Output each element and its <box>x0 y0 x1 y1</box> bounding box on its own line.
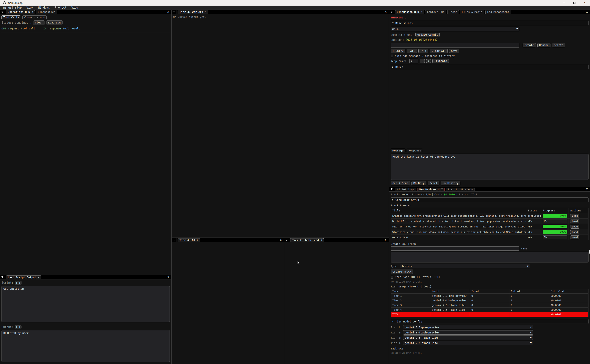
tab-tier2-tech-lead[interactable]: Tier 2: Tech Lead X <box>290 238 324 242</box>
discussions-section-header[interactable]: ▼ Discussions <box>391 21 589 25</box>
panel-close-icon[interactable]: X <box>168 10 169 13</box>
output-expand-button[interactable]: [+] <box>15 325 21 329</box>
load-track-button[interactable]: Load <box>570 219 579 223</box>
load-log-button[interactable]: Load Log <box>46 20 62 25</box>
menu-item-windows[interactable]: Windows <box>36 6 52 9</box>
tab-tier4-qa[interactable]: Tier 4: QA X <box>178 238 200 242</box>
tab-ai-settings[interactable]: AI Settings <box>395 188 416 191</box>
roles-section-header[interactable]: ▶ Roles <box>391 65 589 69</box>
tab-close-icon[interactable]: X <box>38 276 39 279</box>
panel-menu-icon[interactable] <box>0 10 5 14</box>
panel-menu-icon[interactable] <box>0 275 5 279</box>
script-textarea[interactable]: Get-ChildItem <box>1 286 170 322</box>
load-track-button[interactable]: Load <box>570 225 579 228</box>
update-commit-button[interactable]: Update Commit <box>416 32 440 37</box>
load-track-button[interactable]: Load <box>570 230 579 234</box>
progress-label: 0% <box>544 220 547 222</box>
tab-close-icon[interactable]: X <box>421 10 422 13</box>
tab-context-hub[interactable]: Context Hub <box>425 10 446 14</box>
add-entry-button[interactable]: + Entry <box>391 49 405 53</box>
track-description-textarea[interactable] <box>391 252 589 262</box>
scrollbar-thumb[interactable] <box>589 250 590 254</box>
tier3-model-select[interactable]: gemini-2.5-flash-lite ▼ <box>403 336 533 340</box>
close-button[interactable]: × <box>580 0 590 6</box>
panel-close-icon[interactable]: X <box>168 276 169 279</box>
tab-close-icon[interactable]: X <box>197 239 198 242</box>
load-track-button[interactable]: Load <box>570 235 579 239</box>
tab-log-management[interactable]: Log Management <box>485 10 511 14</box>
save-button[interactable]: Save <box>449 49 459 53</box>
panel-close-icon[interactable]: X <box>586 188 588 191</box>
gen-send-button[interactable]: Gen + Send <box>391 181 410 185</box>
tickets-label: Tickets: <box>412 193 424 196</box>
delete-button[interactable]: Delete <box>552 43 565 47</box>
tier4-model-select[interactable]: gemini-2.5-flash-lite ▼ <box>403 341 533 345</box>
discussion-select[interactable]: main ▼ <box>391 27 519 31</box>
tab-tier1-strategy[interactable]: Tier 1: Strategy <box>446 188 475 191</box>
tab-response[interactable]: Response <box>407 149 423 152</box>
expand-all-button[interactable]: +All <box>418 49 429 53</box>
collapse-all-button[interactable]: -All <box>407 49 417 53</box>
minimize-button[interactable] <box>559 0 569 6</box>
panel-menu-icon[interactable] <box>172 238 176 242</box>
tier1-model-select[interactable]: gemini-3.1-pro-preview ▼ <box>403 325 533 329</box>
to-history-button[interactable]: -> History <box>441 181 460 185</box>
tool-call-legend: OUT request tool_call IN response tool_r… <box>1 27 170 30</box>
discussion-name-input[interactable] <box>391 43 519 47</box>
decrement-button[interactable]: - <box>420 59 425 63</box>
panel-menu-icon[interactable] <box>389 187 394 191</box>
clear-all-button[interactable]: Clear All <box>430 49 448 53</box>
conductor-setup-header[interactable]: ▶ Conductor Setup <box>391 197 589 202</box>
track-type-select[interactable]: feature ▼ <box>400 264 530 268</box>
last-script-output-panel: Last Script Output X X Script: [+] Get-C… <box>0 275 171 364</box>
autoadd-checkbox[interactable] <box>391 55 393 57</box>
tab-operations-hub[interactable]: Operations Hub X <box>6 10 35 14</box>
script-expand-button[interactable]: [+] <box>15 281 21 285</box>
tab-comms-history[interactable]: Comms History <box>22 15 47 19</box>
increment-button[interactable]: + <box>426 59 431 63</box>
tab-theme[interactable]: Theme <box>447 10 459 14</box>
message-textarea[interactable]: Read the first 10 lines of aggregate.py. <box>391 154 589 180</box>
output-textarea[interactable]: REJECTED by user <box>1 330 170 362</box>
tab-mma-dashboard[interactable]: MMA Dashboard X <box>417 188 445 191</box>
create-button[interactable]: Create <box>523 43 536 47</box>
tab-diagnostics[interactable]: Diagnostics <box>36 10 57 14</box>
menu-item-view-2[interactable]: View <box>69 6 80 9</box>
tab-close-icon[interactable]: X <box>32 10 33 13</box>
chevron-down-icon: ▼ <box>530 326 532 329</box>
menu-item-manual-slop[interactable]: manual slop <box>0 6 24 9</box>
menu-item-project[interactable]: Project <box>52 6 69 9</box>
clear-button[interactable]: Clear <box>33 20 45 25</box>
panel-close-icon[interactable]: X <box>385 238 387 241</box>
menu-item-view[interactable]: View <box>24 6 36 9</box>
maximize-button[interactable] <box>569 0 580 6</box>
tier-model-config-header[interactable]: ▼ Tier Model Config <box>391 319 589 324</box>
tab-close-icon[interactable]: X <box>205 10 206 13</box>
reset-button[interactable]: Reset <box>428 181 439 185</box>
track-browser-label: Track Browser <box>391 204 589 207</box>
rename-button[interactable]: Rename <box>537 43 551 47</box>
panel-close-icon[interactable]: X <box>385 10 387 13</box>
tab-discussion-hub[interactable]: Discussion Hub X <box>395 10 424 14</box>
panel-close-icon[interactable]: X <box>586 10 588 13</box>
load-track-button[interactable]: Load <box>570 214 579 218</box>
panel-menu-icon[interactable] <box>284 238 289 242</box>
tier2-model-select[interactable]: gemini-3-flash-preview ▼ <box>403 330 533 335</box>
tab-files-media[interactable]: Files & Media <box>460 10 484 14</box>
create-track-button[interactable]: Create Track <box>391 270 413 274</box>
tab-tool-calls[interactable]: Tool Calls <box>1 15 21 19</box>
truncate-button[interactable]: Truncate <box>432 59 449 63</box>
step-mode-checkbox[interactable] <box>391 276 393 279</box>
track-name-input[interactable] <box>391 247 519 251</box>
panel-menu-icon[interactable] <box>389 10 394 14</box>
tab-message[interactable]: Message <box>391 149 405 152</box>
panel-menu-icon[interactable] <box>172 10 176 14</box>
tab-close-icon[interactable]: X <box>441 188 443 191</box>
tab-close-icon[interactable]: X <box>321 239 322 242</box>
tab-last-script-output[interactable]: Last Script Output X <box>6 275 41 279</box>
chevron-down-icon: ▼ <box>530 336 532 339</box>
panel-close-icon[interactable]: X <box>280 238 282 241</box>
tab-tier3-workers[interactable]: Tier 3: Workers X <box>178 10 208 14</box>
md-only-button[interactable]: MD Only <box>411 181 426 185</box>
keep-pairs-input[interactable] <box>409 59 418 63</box>
